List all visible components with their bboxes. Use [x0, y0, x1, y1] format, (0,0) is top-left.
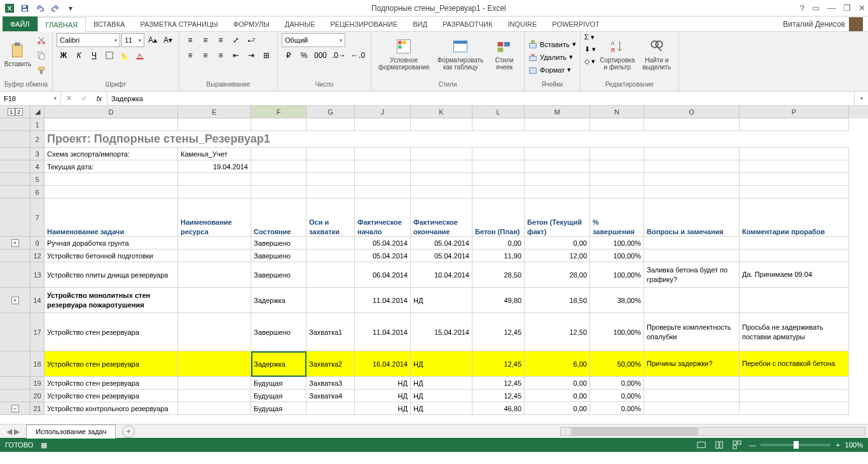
- cell[interactable]: 100,00%: [590, 313, 644, 351]
- cell[interactable]: 0,00: [525, 402, 590, 415]
- cell[interactable]: 11.04.2014: [355, 313, 411, 351]
- align-right-button[interactable]: ≡: [214, 48, 228, 62]
- undo-icon[interactable]: [33, 1, 47, 15]
- qat-more-icon[interactable]: ▾: [64, 1, 78, 15]
- row-header[interactable]: 4: [31, 160, 45, 173]
- cell[interactable]: [740, 402, 849, 415]
- zoom-slider[interactable]: [761, 444, 830, 446]
- cell[interactable]: Будущая: [251, 390, 307, 402]
- decrease-indent-button[interactable]: ⇤: [229, 48, 243, 62]
- cell[interactable]: 05.04.2014: [411, 237, 472, 250]
- cell[interactable]: Завершено: [251, 313, 307, 351]
- minimize-icon[interactable]: —: [827, 3, 836, 13]
- cell[interactable]: 0,00%: [590, 377, 644, 390]
- cell[interactable]: 12,50: [525, 313, 590, 351]
- font-size-combo[interactable]: 11: [121, 33, 144, 47]
- cell[interactable]: Захватка4: [307, 390, 355, 402]
- cell[interactable]: Устройство стен резервуара: [45, 377, 178, 390]
- cell[interactable]: [644, 402, 740, 415]
- excel-icon[interactable]: [3, 1, 17, 15]
- cell[interactable]: НД: [411, 402, 472, 415]
- tab-file[interactable]: ФАЙЛ: [3, 17, 38, 31]
- cell[interactable]: 12,45: [472, 313, 525, 351]
- decrease-font-button[interactable]: A▾: [161, 33, 175, 47]
- row-header[interactable]: 3: [31, 148, 45, 160]
- cell[interactable]: [740, 390, 849, 402]
- tab-powerpivot[interactable]: POWERPIVOT: [544, 17, 607, 31]
- cell[interactable]: 05.04.2014: [411, 250, 472, 262]
- col-header[interactable]: F: [251, 106, 307, 118]
- cell[interactable]: 15.04.2014: [411, 313, 472, 351]
- row-header[interactable]: 14: [31, 288, 45, 313]
- cell[interactable]: [178, 262, 251, 288]
- outline-expand-button[interactable]: +: [11, 297, 19, 304]
- fill-color-button[interactable]: [118, 48, 132, 62]
- cell[interactable]: Устройство плиты днища резервуара: [45, 262, 178, 288]
- cell[interactable]: [740, 377, 849, 390]
- row-header[interactable]: 2: [31, 131, 45, 148]
- tab-formulas[interactable]: ФОРМУЛЫ: [226, 17, 277, 31]
- row-header[interactable]: 6: [31, 186, 45, 199]
- cell[interactable]: Завершено: [251, 262, 307, 288]
- cell[interactable]: 10.04.2014: [411, 262, 472, 288]
- tab-review[interactable]: РЕЦЕНЗИРОВАНИЕ: [322, 17, 405, 31]
- cell[interactable]: 0,00: [525, 237, 590, 250]
- col-header[interactable]: J: [355, 106, 411, 118]
- orientation-button[interactable]: ⤢: [229, 33, 243, 47]
- cell[interactable]: [178, 377, 251, 390]
- col-header[interactable]: P: [740, 106, 849, 118]
- cell[interactable]: [178, 402, 251, 415]
- font-name-combo[interactable]: Calibri: [57, 33, 120, 47]
- cell[interactable]: НД: [411, 351, 472, 377]
- cell[interactable]: НД: [411, 390, 472, 402]
- cell[interactable]: Устройство бетонной подготовки: [45, 250, 178, 262]
- cell[interactable]: [644, 288, 740, 313]
- cell[interactable]: 0,00: [472, 237, 525, 250]
- format-painter-button[interactable]: [34, 64, 48, 78]
- outline-expand-button[interactable]: +: [11, 239, 19, 247]
- cell[interactable]: [307, 402, 355, 415]
- cell[interactable]: [178, 313, 251, 351]
- insert-cells-button[interactable]: Вставить ▾: [528, 40, 576, 49]
- format-as-table-button[interactable]: Форматировать как таблицу: [435, 33, 486, 75]
- format-cells-button[interactable]: Формат ▾: [528, 66, 571, 74]
- row-header[interactable]: 19: [31, 377, 45, 390]
- cell[interactable]: 0,00%: [590, 390, 644, 402]
- cell[interactable]: [740, 237, 849, 250]
- cell[interactable]: 12,45: [472, 377, 525, 390]
- row-header[interactable]: 7: [31, 199, 45, 237]
- cell[interactable]: 16.04.2014: [355, 351, 411, 377]
- cell[interactable]: 50,00%: [590, 351, 644, 377]
- align-left-button[interactable]: ≡: [183, 48, 197, 62]
- zoom-level[interactable]: 100%: [845, 441, 863, 449]
- row-header[interactable]: 21: [31, 402, 45, 415]
- cell[interactable]: 28,50: [472, 262, 525, 288]
- row-header[interactable]: 12: [31, 250, 45, 262]
- cell[interactable]: [307, 288, 355, 313]
- cell[interactable]: 100,00%: [590, 237, 644, 250]
- cell[interactable]: 05.04.2014: [355, 237, 411, 250]
- cell[interactable]: [740, 250, 849, 262]
- save-icon[interactable]: [18, 1, 32, 15]
- percent-format-button[interactable]: %: [297, 48, 311, 62]
- copy-button[interactable]: [34, 48, 48, 62]
- sheet-tab[interactable]: Использование задач: [26, 425, 116, 439]
- col-header[interactable]: G: [307, 106, 355, 118]
- enter-formula-button[interactable]: ✓: [76, 92, 92, 105]
- cell[interactable]: [178, 390, 251, 402]
- cell[interactable]: Устройство стен резервуара: [45, 390, 178, 402]
- macro-record-icon[interactable]: ▦: [41, 441, 47, 449]
- tab-inquire[interactable]: INQUIRE: [500, 17, 544, 31]
- cell[interactable]: [644, 377, 740, 390]
- cell[interactable]: Да. Принимаем 09.04: [740, 262, 849, 288]
- row-header[interactable]: 17: [31, 313, 45, 351]
- italic-button[interactable]: К: [72, 48, 86, 62]
- cell[interactable]: [178, 237, 251, 250]
- row-header[interactable]: 5: [31, 173, 45, 186]
- cell[interactable]: Захватка3: [307, 377, 355, 390]
- align-middle-button[interactable]: ≡: [198, 33, 212, 47]
- cell[interactable]: Захватка1: [307, 313, 355, 351]
- restore-icon[interactable]: ❐: [843, 3, 851, 13]
- tab-nav[interactable]: ◀ ▶: [0, 427, 26, 436]
- cell[interactable]: 100,00%: [590, 250, 644, 262]
